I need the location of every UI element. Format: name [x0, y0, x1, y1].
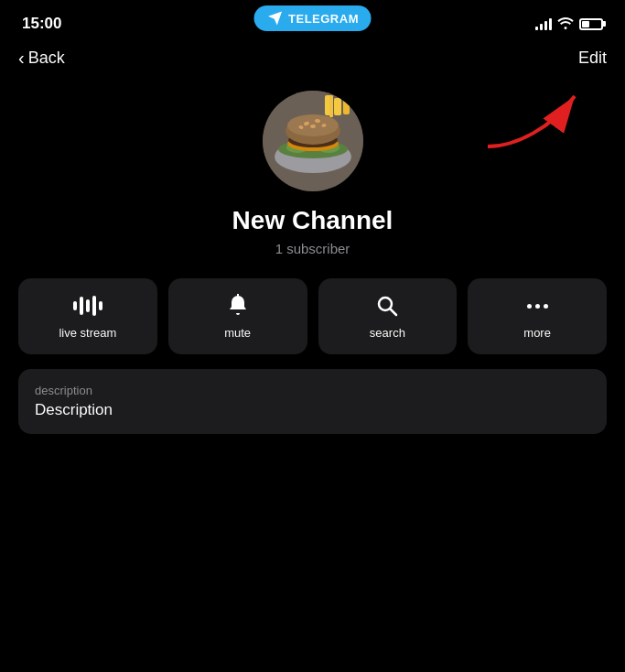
edit-label: Edit: [578, 49, 607, 67]
signal-bar-2: [540, 24, 543, 30]
signal-bar-3: [544, 21, 547, 30]
ls-bar-4: [92, 296, 96, 316]
more-label: more: [523, 326, 551, 340]
edit-button[interactable]: Edit: [578, 49, 607, 68]
telegram-badge-container: TELEGRAM: [253, 5, 372, 31]
search-label: search: [370, 326, 405, 340]
livestream-bars: [73, 296, 102, 316]
svg-rect-19: [329, 95, 333, 117]
dot-3: [544, 304, 548, 309]
ls-bar-3: [86, 299, 90, 312]
ls-bar-1: [73, 301, 77, 310]
svg-line-22: [391, 309, 397, 316]
bell-icon: [227, 293, 249, 319]
mute-label: mute: [224, 326, 251, 340]
telegram-badge: TELEGRAM: [253, 5, 372, 31]
description-label: description: [35, 384, 590, 397]
signal-bar-4: [549, 18, 552, 30]
description-section: description Description: [18, 369, 607, 434]
back-button[interactable]: ‹ Back: [18, 48, 65, 69]
action-buttons: live stream mute search: [0, 278, 625, 354]
channel-name: New Channel: [232, 206, 393, 235]
live-stream-button[interactable]: live stream: [18, 278, 157, 354]
dot-2: [535, 304, 540, 309]
search-button[interactable]: search: [318, 278, 458, 354]
wifi-icon: [557, 16, 574, 32]
signal-bar-1: [535, 27, 538, 30]
more-button[interactable]: more: [468, 278, 607, 354]
signal-bars: [535, 17, 552, 30]
live-stream-label: live stream: [59, 326, 116, 340]
search-icon: [376, 293, 398, 319]
back-label: Back: [28, 49, 65, 68]
back-chevron-icon: ‹: [18, 48, 25, 69]
profile-section: New Channel 1 subscriber: [0, 76, 625, 278]
subscriber-count: 1 subscriber: [275, 241, 350, 256]
telegram-label: TELEGRAM: [288, 12, 359, 26]
nav-bar: ‹ Back Edit: [0, 44, 625, 76]
description-value: Description: [35, 401, 590, 419]
svg-rect-17: [334, 98, 341, 115]
status-time: 15:00: [22, 15, 61, 33]
battery-icon: [579, 18, 603, 30]
more-icon: [527, 293, 548, 319]
battery-fill: [582, 21, 589, 27]
status-icons: [535, 16, 603, 32]
avatar-image: [263, 91, 363, 191]
livestream-icon: [73, 293, 102, 319]
dot-1: [527, 304, 532, 309]
ls-bar-5: [99, 301, 102, 310]
ls-bar-2: [80, 297, 83, 315]
telegram-icon: [266, 10, 283, 27]
avatar: [263, 91, 363, 191]
svg-rect-18: [343, 96, 350, 114]
status-bar: 15:00 TELEGRAM: [0, 0, 625, 44]
more-dots: [527, 304, 548, 309]
mute-button[interactable]: mute: [168, 278, 307, 354]
